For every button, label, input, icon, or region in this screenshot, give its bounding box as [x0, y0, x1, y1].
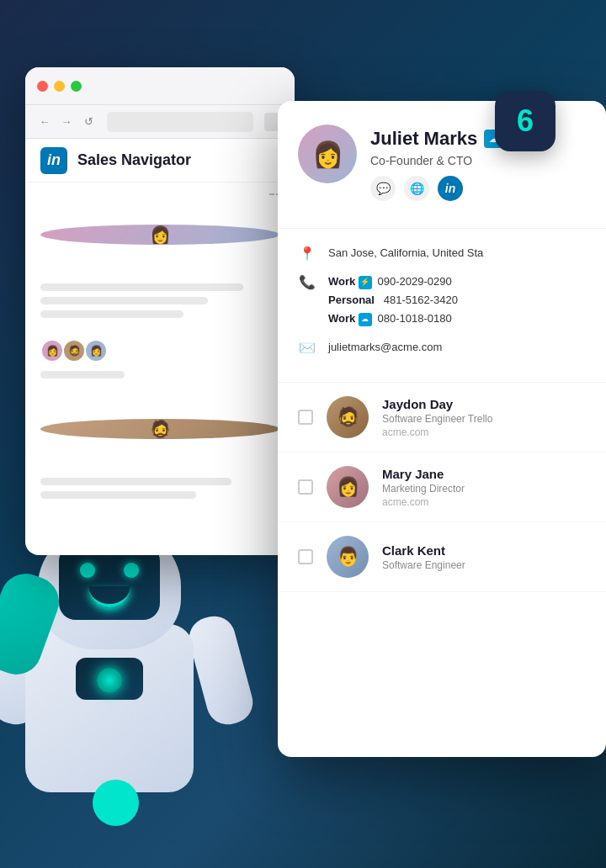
robot-face: [59, 544, 160, 620]
detail-role: Co-Founder & CTO: [370, 154, 586, 167]
robot-torso: [25, 624, 194, 792]
work-phone-1: 090-2029-0290: [378, 275, 452, 288]
detail-person-role-jaydon: Software Engineer Trello: [382, 413, 586, 425]
minimize-dot[interactable]: [54, 81, 65, 92]
web-icon-btn[interactable]: 🌐: [404, 176, 429, 201]
detail-avatar-jaydon: 🧔: [327, 396, 369, 438]
mini-avatar-2: 🧔: [62, 339, 86, 363]
browser-nav: ← → ↺: [25, 105, 295, 139]
ph-mini-line: [40, 371, 125, 378]
phone-content: Work ⚡ 090-2029-0290 Personal 481-5162-3…: [328, 273, 586, 328]
email-text: julietmarks@acme.com: [328, 341, 442, 353]
robot-arm-right: [184, 611, 258, 729]
close-dot[interactable]: [37, 81, 48, 92]
location-text: San Jose, California, United Sta: [328, 246, 483, 259]
phone-work-2: Work ☁ 080-1018-0180: [328, 310, 586, 328]
detail-person-info-mary: Mary Jane Marketing Director acme.com: [382, 467, 586, 508]
app-icon-symbol: 6: [517, 103, 534, 139]
sf-badge: ☁: [359, 313, 372, 326]
avatar-jaydon: 🧔: [40, 419, 279, 439]
linkedin-title: Sales Navigator: [77, 151, 191, 169]
ph-line-3: [40, 310, 183, 318]
email-icon: ✉️: [298, 338, 316, 357]
checkbox-mary[interactable]: [298, 479, 313, 495]
detail-person-role-clark: Software Engineer: [382, 559, 586, 571]
linkedin-icon-btn[interactable]: in: [438, 176, 463, 201]
message-icon-btn[interactable]: 💬: [370, 176, 396, 201]
robot-smile: [88, 586, 130, 607]
detail-person-name-clark: Clark Kent: [382, 543, 586, 558]
list-item-clark[interactable]: 👨 Clark Kent Software Engineer: [278, 522, 606, 592]
ph-line-5: [40, 491, 196, 499]
refresh-button[interactable]: ↺: [81, 114, 96, 130]
detail-avatar-juliet: 👩: [298, 124, 357, 183]
forward-button[interactable]: →: [59, 114, 74, 130]
checkbox-clark[interactable]: [298, 549, 313, 564]
detail-panel: 👩 Juliet Marks ☁ Co-Founder & CTO 💬 🌐 in…: [278, 101, 606, 757]
mini-avatar-3: 👩: [84, 339, 108, 363]
app-icon[interactable]: 6: [495, 91, 556, 151]
linkedin-logo: in: [40, 147, 67, 174]
phone-personal: Personal 481-5162-3420: [328, 291, 586, 310]
ph-line-2: [40, 297, 208, 304]
detail-person-company-jaydon: acme.com: [382, 426, 586, 438]
detail-person-info-clark: Clark Kent Software Engineer: [382, 543, 586, 571]
personal-phone: 481-5162-3420: [384, 294, 458, 306]
work-phone-2: 080-1018-0180: [378, 312, 452, 325]
robot-eye-right: [124, 563, 139, 578]
linkedin-header: in Sales Navigator: [25, 139, 295, 183]
ph-line-1: [40, 283, 243, 291]
contact-item-juliet[interactable]: 👩 Juliet Marks Co-Founder & CTO: [25, 193, 295, 277]
email-row: ✉️ julietmarks@acme.com: [298, 338, 586, 357]
maximize-dot[interactable]: [71, 81, 82, 92]
detail-person-company-mary: acme.com: [382, 496, 586, 508]
detail-person-name-mary: Mary Jane: [382, 467, 586, 481]
detail-avatar-clark: 👨: [327, 536, 369, 578]
robot-chest-light: [97, 668, 122, 693]
avatar-juliet: 👩: [40, 225, 279, 245]
detail-arrow: [428, 101, 455, 103]
phone-icon: 📞: [298, 273, 316, 291]
list-item-jaydon[interactable]: 🧔 Jaydon Day Software Engineer Trello ac…: [278, 383, 606, 453]
browser-window: ← → ↺ in Sales Navigator 👩 Juliet Marks …: [25, 67, 295, 555]
detail-avatar-mary: 👩: [327, 466, 369, 508]
detail-person-role-mary: Marketing Director: [382, 483, 586, 495]
detail-icons-row: 💬 🌐 in: [370, 176, 586, 201]
detail-header: 👩 Juliet Marks ☁ Co-Founder & CTO 💬 🌐 in: [278, 101, 606, 229]
location-content: San Jose, California, United Sta: [328, 244, 586, 262]
url-bar[interactable]: [107, 112, 253, 132]
robot-eye-left: [80, 563, 95, 578]
group-row: 👩 🧔 👩: [25, 331, 295, 371]
email-content: julietmarks@acme.com: [328, 338, 586, 357]
mini-avatar-1: 👩: [40, 339, 64, 363]
detail-list: 🧔 Jaydon Day Software Engineer Trello ac…: [278, 383, 606, 592]
detail-name: Juliet Marks: [370, 128, 477, 150]
phone-work-1: Work ⚡ 090-2029-0290: [328, 273, 586, 291]
contact-list: 👩 Juliet Marks Co-Founder & CTO 👩 🧔 👩 🧔 …: [25, 183, 295, 521]
detail-person-info-jaydon: Jaydon Day Software Engineer Trello acme…: [382, 397, 586, 438]
browser-titlebar: [25, 67, 295, 105]
ring-badge: ⚡: [359, 276, 372, 289]
placeholder-lines-2: [25, 471, 295, 511]
robot-teal-circle: [93, 780, 139, 826]
location-icon: 📍: [298, 244, 316, 262]
back-button[interactable]: ←: [37, 114, 52, 130]
robot-chest-detail: [76, 658, 143, 700]
detail-person-name-jaydon: Jaydon Day: [382, 397, 586, 411]
contact-item-jaydon[interactable]: 🧔 Jaydon Day Software Engineer T: [25, 387, 295, 471]
detail-contact-info: 📍 San Jose, California, United Sta 📞 Wor…: [278, 229, 606, 383]
list-item-mary[interactable]: 👩 Mary Jane Marketing Director acme.com: [278, 453, 606, 522]
phone-row: 📞 Work ⚡ 090-2029-0290 Personal 481-5162…: [298, 273, 586, 328]
ph-line-4: [40, 478, 231, 485]
placeholder-lines-1: [25, 277, 295, 331]
checkbox-jaydon[interactable]: [298, 410, 313, 425]
location-row: 📍 San Jose, California, United Sta: [298, 244, 586, 262]
